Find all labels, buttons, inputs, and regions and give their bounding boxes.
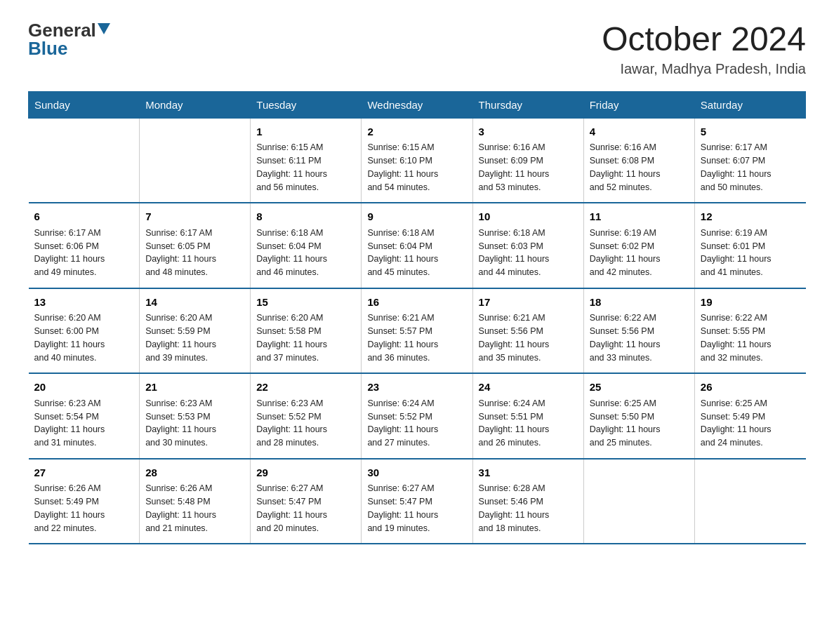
day-info: Sunrise: 6:22 AMSunset: 5:56 PMDaylight:… — [590, 311, 689, 364]
calendar-day-cell: 28Sunrise: 6:26 AMSunset: 5:48 PMDayligh… — [140, 459, 251, 544]
day-number: 6 — [34, 209, 134, 225]
calendar-day-cell — [29, 118, 140, 203]
calendar-header-row: SundayMondayTuesdayWednesdayThursdayFrid… — [29, 91, 806, 118]
calendar-week-row: 1Sunrise: 6:15 AMSunset: 6:11 PMDaylight… — [29, 118, 806, 203]
day-number: 15 — [256, 295, 355, 311]
calendar-day-cell: 17Sunrise: 6:21 AMSunset: 5:56 PMDayligh… — [472, 288, 583, 374]
calendar-day-cell: 8Sunrise: 6:18 AMSunset: 6:04 PMDaylight… — [251, 203, 362, 288]
calendar-day-cell: 6Sunrise: 6:17 AMSunset: 6:06 PMDaylight… — [29, 203, 140, 288]
day-of-week-header: Saturday — [694, 91, 805, 118]
day-number: 30 — [367, 465, 466, 481]
calendar-day-cell: 14Sunrise: 6:20 AMSunset: 5:59 PMDayligh… — [140, 288, 251, 374]
day-number: 13 — [34, 295, 134, 311]
day-number: 27 — [34, 465, 134, 481]
day-number: 26 — [701, 380, 800, 396]
day-info: Sunrise: 6:18 AMSunset: 6:03 PMDaylight:… — [479, 227, 578, 279]
calendar-day-cell: 19Sunrise: 6:22 AMSunset: 5:55 PMDayligh… — [694, 288, 805, 374]
day-info: Sunrise: 6:26 AMSunset: 5:48 PMDaylight:… — [145, 482, 244, 535]
calendar-day-cell: 31Sunrise: 6:28 AMSunset: 5:46 PMDayligh… — [472, 459, 583, 544]
day-number: 25 — [590, 380, 689, 396]
calendar-day-cell: 29Sunrise: 6:27 AMSunset: 5:47 PMDayligh… — [251, 459, 362, 544]
day-info: Sunrise: 6:21 AMSunset: 5:57 PMDaylight:… — [367, 311, 466, 364]
day-info: Sunrise: 6:25 AMSunset: 5:50 PMDaylight:… — [590, 397, 689, 450]
calendar-day-cell: 5Sunrise: 6:17 AMSunset: 6:07 PMDaylight… — [694, 118, 805, 203]
day-number: 11 — [590, 209, 689, 225]
day-info: Sunrise: 6:19 AMSunset: 6:01 PMDaylight:… — [701, 227, 800, 279]
day-number: 17 — [479, 295, 578, 311]
day-info: Sunrise: 6:20 AMSunset: 6:00 PMDaylight:… — [34, 311, 134, 364]
day-info: Sunrise: 6:23 AMSunset: 5:54 PMDaylight:… — [34, 397, 134, 450]
calendar-week-row: 27Sunrise: 6:26 AMSunset: 5:49 PMDayligh… — [29, 459, 806, 544]
calendar-week-row: 20Sunrise: 6:23 AMSunset: 5:54 PMDayligh… — [29, 373, 806, 459]
day-number: 9 — [367, 209, 466, 225]
day-of-week-header: Tuesday — [251, 91, 362, 118]
day-number: 22 — [256, 380, 355, 396]
calendar-day-cell: 13Sunrise: 6:20 AMSunset: 6:00 PMDayligh… — [29, 288, 140, 374]
day-info: Sunrise: 6:18 AMSunset: 6:04 PMDaylight:… — [367, 227, 466, 279]
day-number: 5 — [701, 124, 800, 140]
day-info: Sunrise: 6:17 AMSunset: 6:06 PMDaylight:… — [34, 227, 134, 279]
day-info: Sunrise: 6:16 AMSunset: 6:08 PMDaylight:… — [590, 141, 689, 194]
calendar-day-cell: 21Sunrise: 6:23 AMSunset: 5:53 PMDayligh… — [140, 373, 251, 459]
calendar-day-cell: 1Sunrise: 6:15 AMSunset: 6:11 PMDaylight… — [251, 118, 362, 203]
calendar-day-cell: 3Sunrise: 6:16 AMSunset: 6:09 PMDaylight… — [472, 118, 583, 203]
calendar-table: SundayMondayTuesdayWednesdayThursdayFrid… — [28, 91, 806, 545]
logo-blue-text: Blue — [28, 39, 67, 58]
day-number: 12 — [701, 209, 800, 225]
calendar-day-cell: 15Sunrise: 6:20 AMSunset: 5:58 PMDayligh… — [251, 288, 362, 374]
calendar-week-row: 13Sunrise: 6:20 AMSunset: 6:00 PMDayligh… — [29, 288, 806, 374]
day-info: Sunrise: 6:25 AMSunset: 5:49 PMDaylight:… — [701, 397, 800, 450]
calendar-day-cell: 26Sunrise: 6:25 AMSunset: 5:49 PMDayligh… — [694, 373, 805, 459]
day-info: Sunrise: 6:23 AMSunset: 5:53 PMDaylight:… — [145, 397, 244, 450]
day-number: 19 — [701, 295, 800, 311]
calendar-day-cell: 2Sunrise: 6:15 AMSunset: 6:10 PMDaylight… — [362, 118, 472, 203]
day-info: Sunrise: 6:20 AMSunset: 5:58 PMDaylight:… — [256, 311, 355, 364]
calendar-day-cell: 7Sunrise: 6:17 AMSunset: 6:05 PMDaylight… — [140, 203, 251, 288]
day-info: Sunrise: 6:16 AMSunset: 6:09 PMDaylight:… — [479, 141, 578, 194]
day-info: Sunrise: 6:21 AMSunset: 5:56 PMDaylight:… — [479, 311, 578, 364]
calendar-day-cell: 22Sunrise: 6:23 AMSunset: 5:52 PMDayligh… — [251, 373, 362, 459]
calendar-day-cell: 11Sunrise: 6:19 AMSunset: 6:02 PMDayligh… — [583, 203, 694, 288]
day-number: 1 — [256, 124, 355, 140]
day-number: 14 — [145, 295, 244, 311]
day-info: Sunrise: 6:15 AMSunset: 6:11 PMDaylight:… — [256, 141, 355, 194]
day-of-week-header: Friday — [583, 91, 694, 118]
day-number: 28 — [145, 465, 244, 481]
logo-arrow-icon — [98, 23, 110, 36]
day-number: 8 — [256, 209, 355, 225]
day-number: 21 — [145, 380, 244, 396]
day-info: Sunrise: 6:19 AMSunset: 6:02 PMDaylight:… — [590, 227, 689, 279]
day-number: 18 — [590, 295, 689, 311]
calendar-day-cell: 9Sunrise: 6:18 AMSunset: 6:04 PMDaylight… — [362, 203, 472, 288]
day-info: Sunrise: 6:28 AMSunset: 5:46 PMDaylight:… — [479, 482, 578, 535]
calendar-day-cell: 25Sunrise: 6:25 AMSunset: 5:50 PMDayligh… — [583, 373, 694, 459]
day-of-week-header: Thursday — [472, 91, 583, 118]
day-info: Sunrise: 6:24 AMSunset: 5:52 PMDaylight:… — [367, 397, 466, 450]
day-info: Sunrise: 6:27 AMSunset: 5:47 PMDaylight:… — [256, 482, 355, 535]
location-title: Iawar, Madhya Pradesh, India — [602, 61, 806, 77]
calendar-day-cell — [694, 459, 805, 544]
day-of-week-header: Monday — [140, 91, 251, 118]
day-of-week-header: Wednesday — [362, 91, 472, 118]
day-number: 4 — [590, 124, 689, 140]
day-number: 31 — [479, 465, 578, 481]
calendar-day-cell: 18Sunrise: 6:22 AMSunset: 5:56 PMDayligh… — [583, 288, 694, 374]
day-number: 20 — [34, 380, 134, 396]
header: General Blue October 2024 Iawar, Madhya … — [28, 21, 806, 77]
logo-general-text: General — [28, 21, 96, 39]
day-info: Sunrise: 6:18 AMSunset: 6:04 PMDaylight:… — [256, 227, 355, 279]
day-info: Sunrise: 6:23 AMSunset: 5:52 PMDaylight:… — [256, 397, 355, 450]
day-number: 10 — [479, 209, 578, 225]
day-number: 23 — [367, 380, 466, 396]
day-info: Sunrise: 6:17 AMSunset: 6:05 PMDaylight:… — [145, 227, 244, 279]
title-area: October 2024 Iawar, Madhya Pradesh, Indi… — [602, 21, 806, 77]
calendar-day-cell: 27Sunrise: 6:26 AMSunset: 5:49 PMDayligh… — [29, 459, 140, 544]
day-info: Sunrise: 6:24 AMSunset: 5:51 PMDaylight:… — [479, 397, 578, 450]
day-info: Sunrise: 6:15 AMSunset: 6:10 PMDaylight:… — [367, 141, 466, 194]
day-number: 16 — [367, 295, 466, 311]
day-info: Sunrise: 6:22 AMSunset: 5:55 PMDaylight:… — [701, 311, 800, 364]
calendar-day-cell: 12Sunrise: 6:19 AMSunset: 6:01 PMDayligh… — [694, 203, 805, 288]
calendar-day-cell: 30Sunrise: 6:27 AMSunset: 5:47 PMDayligh… — [362, 459, 472, 544]
day-info: Sunrise: 6:20 AMSunset: 5:59 PMDaylight:… — [145, 311, 244, 364]
day-number: 7 — [145, 209, 244, 225]
